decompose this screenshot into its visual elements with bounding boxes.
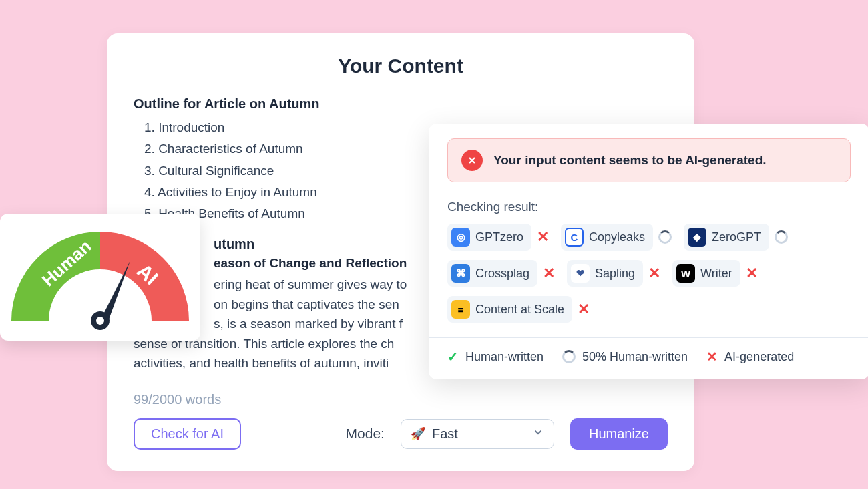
zerogpt-logo-icon: ◆: [688, 228, 706, 247]
detector-item: ⌘ Crossplag ✕: [447, 260, 555, 287]
human-ai-gauge: Human AI: [10, 220, 190, 334]
sapling-logo-icon: ❤: [571, 264, 590, 283]
detector-item: ◎ GPTzero ✕: [447, 224, 549, 251]
crossplag-logo-icon: ⌘: [451, 264, 470, 283]
x-icon: ✕: [648, 266, 660, 281]
detector-chip-gptzero: ◎ GPTzero: [447, 224, 531, 251]
detector-item: ≡ Content at Scale ✕: [447, 296, 590, 323]
checking-result-label: Checking result:: [447, 200, 851, 214]
detector-item: ❤ Sapling ✕: [567, 260, 660, 287]
detector-chip-copyleaks: C Copyleaks: [561, 224, 653, 251]
detector-chip-sapling: ❤ Sapling: [567, 260, 643, 287]
spinner-icon: [562, 350, 576, 363]
x-icon: ✕: [543, 266, 555, 281]
detector-name: Crossplag: [475, 267, 529, 281]
legend-label: Human-written: [465, 350, 544, 364]
detector-name: GPTzero: [475, 230, 523, 244]
detector-name: Copyleaks: [589, 230, 645, 244]
detector-list: ◎ GPTzero ✕ C Copyleaks ◆ ZeroGPT ⌘ C: [447, 224, 851, 323]
x-icon: ✕: [537, 230, 549, 244]
detector-chip-content-at-scale: ≡ Content at Scale: [447, 296, 572, 323]
contentatscale-logo-icon: ≡: [451, 300, 470, 319]
legend-human: ✓ Human-written: [447, 349, 544, 365]
result-panel: Your input content seems to be AI-genera…: [429, 124, 868, 379]
spinner-icon: [658, 230, 672, 244]
check-for-ai-button[interactable]: Check for AI: [134, 418, 241, 450]
copyleaks-logo-icon: C: [565, 228, 584, 247]
alert-text: Your input content seems to be AI-genera…: [493, 153, 767, 168]
detector-chip-writer: W Writer: [672, 260, 740, 287]
detector-name: Sapling: [595, 267, 635, 281]
detector-name: Writer: [700, 267, 732, 281]
legend-ai: ✕ AI-generated: [706, 349, 794, 365]
divider: [429, 337, 868, 338]
check-icon: ✓: [447, 349, 459, 365]
detector-item: ◆ ZeroGPT: [684, 224, 788, 251]
detector-name: ZeroGPT: [712, 230, 761, 244]
mode-value: Fast: [432, 426, 525, 442]
detector-chip-crossplag: ⌘ Crossplag: [447, 260, 537, 287]
writer-logo-icon: W: [676, 264, 695, 283]
gauge-card: Human AI: [0, 214, 200, 341]
legend-label: AI-generated: [724, 350, 794, 364]
detector-item: W Writer ✕: [672, 260, 758, 287]
legend-row: ✓ Human-written 50% Human-written ✕ AI-g…: [447, 349, 851, 365]
humanize-button[interactable]: Humanize: [570, 418, 668, 450]
svg-point-2: [96, 317, 104, 325]
spinner-icon: [775, 230, 788, 244]
x-icon: ✕: [746, 266, 758, 281]
alert-x-icon: [461, 150, 483, 171]
mode-label: Mode:: [346, 426, 385, 442]
x-icon: ✕: [578, 302, 590, 317]
outline-heading: Outline for Article on Autumn: [134, 96, 668, 112]
detector-item: C Copyleaks: [561, 224, 672, 251]
legend-label: 50% Human-written: [582, 350, 688, 364]
word-count: 99/2000 words: [134, 392, 668, 408]
chevron-down-icon: [532, 426, 544, 441]
legend-half: 50% Human-written: [562, 350, 688, 364]
rocket-icon: 🚀: [411, 426, 425, 441]
gptzero-logo-icon: ◎: [451, 228, 470, 247]
alert-banner: Your input content seems to be AI-genera…: [447, 138, 851, 182]
page-title: Your Content: [134, 55, 668, 77]
controls-row: Check for AI Mode: 🚀 Fast Humanize: [134, 418, 668, 450]
detector-name: Content at Scale: [475, 303, 564, 317]
detector-chip-zerogpt: ◆ ZeroGPT: [684, 224, 769, 251]
mode-select[interactable]: 🚀 Fast: [401, 419, 554, 449]
x-icon: ✕: [706, 349, 718, 365]
